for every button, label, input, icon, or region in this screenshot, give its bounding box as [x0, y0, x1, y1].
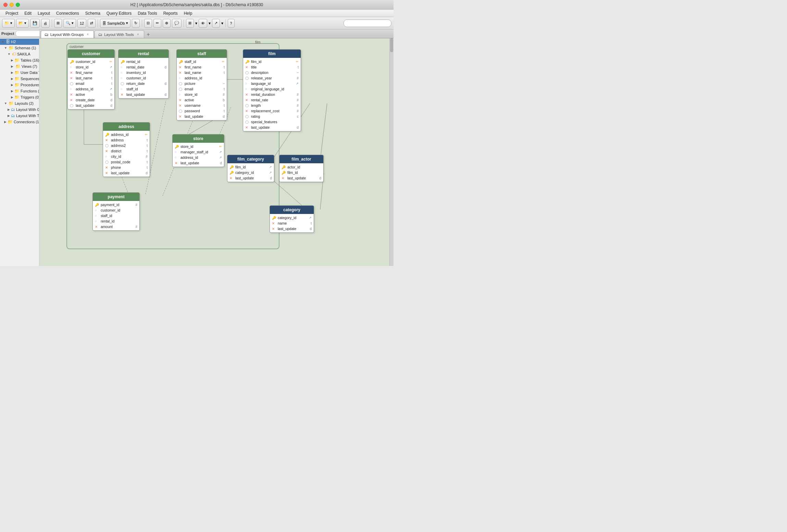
- toolbar-grid-button[interactable]: ⊞: [186, 19, 194, 28]
- table-row: ✕districtt: [103, 148, 150, 154]
- sidebar-item-udts[interactable]: ▶ 📁 User Data Types (0): [0, 69, 39, 76]
- menu-help[interactable]: Help: [181, 10, 195, 16]
- folder-icon-layouts: 📁: [9, 101, 14, 106]
- toolbar-new-button[interactable]: 📁▾: [2, 19, 15, 28]
- toolbar-export-button[interactable]: ↗: [212, 19, 220, 28]
- sidebar-item-label-sakila: SAKILA: [17, 52, 30, 56]
- table-film[interactable]: film 🔑film_id✏ ✕titlet ◯description~ ◯re…: [243, 49, 301, 131]
- sidebar-item-schemas[interactable]: ▼ 📁 Schemas (1): [0, 45, 39, 51]
- table-row: ◯ratingc: [243, 114, 301, 119]
- vertical-scrollbar-thumb: [390, 38, 393, 52]
- table-address[interactable]: address 🔑address_id✏ ✕addresst ◯address2…: [103, 122, 150, 177]
- menu-project[interactable]: Project: [3, 10, 21, 16]
- table-row: ○original_language_id: [243, 86, 301, 92]
- sidebar-item-label-layout-groups: Layout With Groups: [16, 107, 39, 112]
- sidebar-item-sakila[interactable]: ▼ 🏷 SAKILA: [0, 51, 39, 57]
- table-store[interactable]: store 🔑store_id✏ ○manager_staff_id↗ ○add…: [172, 134, 224, 167]
- sidebar-item-functions[interactable]: ▶ 📁 Functions (0): [0, 88, 39, 94]
- sidebar-item-layouts[interactable]: ▼ 📁 Layouts (2): [0, 100, 39, 106]
- menubar: Project Edit Layout Connections Schema Q…: [0, 10, 394, 17]
- menu-edit[interactable]: Edit: [22, 10, 34, 16]
- sidebar-item-layout-tools[interactable]: ▶ 🗂 Layout With Tools: [0, 113, 39, 119]
- vertical-scrollbar[interactable]: [389, 38, 394, 266]
- table-row: ○rental_id: [93, 218, 139, 224]
- pk-icon: 🔑: [70, 60, 75, 64]
- toolbar-print-button[interactable]: 🖨: [41, 19, 50, 28]
- table-rows-rental: 🔑rental_id ○rental_dated ○inventory_id ○…: [118, 58, 168, 98]
- menu-schema[interactable]: Schema: [83, 10, 103, 16]
- table-row: ◯return_dated: [118, 81, 168, 86]
- sidebar-item-views[interactable]: ▶ 📁 Views (7): [0, 63, 39, 69]
- table-rental[interactable]: rental 🔑rental_id ○rental_dated ○invento…: [118, 49, 169, 99]
- table-row: ○address_id: [177, 75, 227, 81]
- menu-connections[interactable]: Connections: [53, 10, 82, 16]
- sidebar-item-label-tables: Tables (16): [21, 58, 39, 62]
- table-row: ○language_id↗: [243, 81, 301, 86]
- sidebar-item-sequences[interactable]: ▶ 📁 Sequences (0): [0, 76, 39, 82]
- table-film-category[interactable]: film_category 🔑film_id↗ 🔑category_id↗ ✕l…: [227, 155, 274, 182]
- tab-close-groups[interactable]: ×: [85, 32, 90, 37]
- minimize-button[interactable]: [10, 3, 14, 7]
- toolbar-save-button[interactable]: 💾: [30, 19, 40, 28]
- expand-arrow-conn: ▶: [4, 120, 7, 124]
- maximize-button[interactable]: [16, 3, 20, 7]
- toolbar-open-button[interactable]: 📂▾: [16, 19, 29, 28]
- db-icon: 🗄: [102, 21, 106, 25]
- table-row: ○customer_id: [118, 75, 168, 81]
- sidebar-item-label-connections: Connections (1): [14, 120, 39, 124]
- table-rows-customer: 🔑customer_id✏ ○store_id↗ ✕first_namet ✕l…: [68, 58, 114, 109]
- toolbar-table-button[interactable]: ⊟: [144, 19, 152, 28]
- tab-layout-groups[interactable]: 🗂 Layout With Groups ×: [41, 30, 94, 38]
- menu-layout[interactable]: Layout: [35, 10, 53, 16]
- toolbar-search-input[interactable]: [343, 20, 391, 27]
- tab-close-tools[interactable]: ×: [136, 32, 140, 37]
- toolbar-zoom-level[interactable]: 12: [77, 19, 86, 28]
- table-staff[interactable]: staff 🔑staff_id✏ ✕first_namet ✕last_name…: [176, 49, 227, 121]
- sidebar-item-connections[interactable]: ▶ 📁 Connections (1): [0, 119, 39, 125]
- toolbar-comment-button[interactable]: 💬: [172, 19, 182, 28]
- table-film-actor[interactable]: film_actor 🔑actor_id 🔑film_id ✕last_upda…: [279, 155, 324, 182]
- toolbar-layout-button[interactable]: ⊞: [54, 19, 62, 28]
- table-header-customer: customer: [68, 50, 114, 58]
- toolbar-zoom-button[interactable]: 🔍▾: [63, 19, 76, 28]
- print-icon: 🖨: [43, 21, 47, 25]
- diagram-canvas[interactable]: customer film: [39, 38, 394, 266]
- db-name: SampleDb: [107, 21, 125, 25]
- table-payment[interactable]: payment 🔑payment_id# ○customer_id ○staff…: [92, 192, 140, 231]
- sidebar-item-triggers[interactable]: ▶ 📁 Triggers (0): [0, 94, 39, 100]
- sidebar-item-tables[interactable]: ▶ 📁 Tables (16): [0, 57, 39, 63]
- table-rows-payment: 🔑payment_id# ○customer_id ○staff_id ○ren…: [93, 201, 139, 230]
- table-header-film-category: film_category: [227, 155, 274, 163]
- table-customer[interactable]: customer 🔑customer_id✏ ○store_id↗ ✕first…: [67, 49, 115, 110]
- toolbar-forward-button[interactable]: ⇄: [88, 19, 96, 28]
- table-row: ✕last_updated: [227, 175, 274, 181]
- table-header-store: store: [173, 135, 224, 143]
- toolbar-refresh-button[interactable]: ↻: [132, 19, 140, 28]
- table-header-address: address: [103, 123, 150, 131]
- tab-add-button[interactable]: +: [145, 31, 152, 38]
- menu-query-editors[interactable]: Query Editors: [104, 10, 134, 16]
- close-button[interactable]: [3, 3, 8, 7]
- table-row: ✕last_updated: [270, 226, 314, 231]
- toolbar-copy-button[interactable]: ⊕: [163, 19, 171, 28]
- toolbar: 📁▾ 📂▾ 💾 🖨 ⊞ 🔍▾ 12 ⇄ 🗄 SampleDb ▾ ↻ ⊟ ✏ ⊕…: [0, 17, 394, 29]
- table-row: 🔑customer_id✏: [68, 59, 114, 64]
- toolbar-db-dropdown[interactable]: 🗄 SampleDb ▾: [100, 19, 130, 28]
- toolbar-view-button[interactable]: 👁: [199, 19, 207, 28]
- tab-layout-tools[interactable]: 🗂 Layout With Tools ×: [95, 30, 144, 38]
- expand-arrow-views: ▶: [11, 65, 14, 68]
- menu-data-tools[interactable]: Data Tools: [135, 10, 160, 16]
- toolbar-edit-button[interactable]: ✏: [153, 19, 161, 28]
- menu-reports[interactable]: Reports: [161, 10, 180, 16]
- fk-icon: ○: [70, 65, 75, 69]
- window-title: H2 [ /Applications/DbSchema/samples/saki…: [130, 2, 263, 7]
- sidebar-item-h2[interactable]: ▼ 🗄 H2: [0, 39, 39, 45]
- table-row: ◯postal_codet: [103, 159, 150, 165]
- table-category[interactable]: category 🔑category_id↗ ✕namet ✕last_upda…: [270, 205, 314, 233]
- toolbar-separator-2: [98, 20, 98, 27]
- toolbar-help-button[interactable]: ?: [228, 19, 235, 28]
- project-label: Project: [1, 31, 14, 36]
- sidebar-item-procedures[interactable]: ▶ 📁 Procedures (0): [0, 82, 39, 88]
- table-row: ◯description~: [243, 70, 301, 75]
- sidebar-item-layout-groups[interactable]: ▶ 🗂 Layout With Groups: [0, 106, 39, 113]
